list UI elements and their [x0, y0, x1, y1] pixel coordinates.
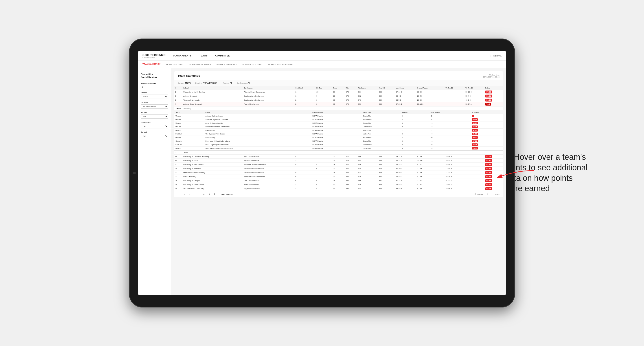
main-content: CommitteePortal Review Minimum Rounds Ge…: [138, 68, 506, 295]
points-badge[interactable]: 88.99: [485, 183, 492, 186]
toolbar-divider: [200, 192, 200, 196]
filter-bar-conference: Conference: All: [237, 82, 250, 84]
school-filter: School (All): [141, 131, 168, 138]
table-row: 18 University of California, Berkeley Pa…: [174, 155, 503, 159]
points-badge[interactable]: 97.02: [485, 91, 492, 93]
logo-sub-text: Powered by clippi: [142, 57, 166, 58]
subnav-player-h2h-heatmap[interactable]: PLAYER H2H HEATMAP: [268, 63, 293, 66]
points-badge[interactable]: 88.43: [485, 167, 492, 170]
nav-teams[interactable]: TEAMS: [199, 54, 208, 57]
table-row: 1 University of North Carolina Atlantic …: [174, 90, 503, 94]
report-title: Team Standings: [178, 74, 200, 77]
w-points-badge: 78-30: [472, 147, 478, 150]
back-button[interactable]: ←: [188, 193, 192, 196]
inner-table-data-row: East Ter DFCC Fighting Illini Invitation…: [174, 143, 503, 147]
school-label: School: [141, 131, 168, 133]
inner-table-header-row: Team Event Event Division Event Type Rou…: [174, 111, 503, 114]
points-badge[interactable]: 88.94: [485, 187, 492, 190]
school-select[interactable]: (All): [141, 134, 168, 138]
nav-tournaments[interactable]: TOURNAMENTS: [172, 54, 192, 57]
redo-button[interactable]: ↪: [182, 193, 186, 196]
inner-table-data-row: Univers Southern Highlands Collegiate NC…: [174, 118, 503, 122]
sidebar-header: CommitteePortal Review: [141, 73, 168, 79]
table-row: 23 Duke University Atlantic Coast Confer…: [174, 175, 503, 179]
share-icon-button[interactable]: ⊡: [486, 193, 490, 196]
col-school: School: [182, 86, 243, 90]
points-badge[interactable]: 88.41: [485, 171, 492, 174]
table-header-row: # School Conference Conf Rank No Tour Rn…: [174, 86, 503, 90]
subnav-player-h2h-grid[interactable]: PLAYER H2H GRID: [242, 63, 262, 66]
region-select[interactable]: N/A: [141, 114, 168, 119]
logo-main-text: SCOREBOARD: [142, 53, 166, 57]
col-overall: Overall Record: [416, 86, 444, 90]
update-time: Update time: 13/03/2024 10:03:42: [483, 74, 500, 78]
inner-table-data-row: Univers Arizona State University NCAA Di…: [174, 114, 503, 118]
col-rnds: Rnds: [332, 86, 345, 90]
report-header: Team Standings Update time: 13/03/2024 1…: [174, 71, 503, 80]
min-rounds-label: Minimum Rounds: [141, 82, 168, 84]
filter-bar-division: Division: NCAA Division I: [195, 82, 218, 84]
w-points-badge: 30-13: [472, 118, 478, 121]
col-vs25: Vs Top 25: [445, 86, 465, 90]
conference-label: Conference: [141, 121, 168, 123]
inner-team-name: Team: [176, 107, 181, 110]
forward-button[interactable]: →: [194, 193, 198, 196]
gender-filter: Gender Men's: [141, 92, 168, 99]
inner-table-header: Team University: [174, 106, 503, 111]
division-select[interactable]: NCAA Division I: [141, 104, 168, 109]
nav-committee[interactable]: COMMITTEE: [215, 54, 230, 57]
conference-select[interactable]: (All): [141, 124, 168, 128]
points-badge[interactable]: 88.71: [485, 175, 492, 178]
standings-table: # School Conference Conf Rank No Tour Rn…: [174, 86, 503, 191]
division-filter: Division NCAA Division I: [141, 102, 168, 109]
w-points-badge: 74-01: [472, 126, 478, 128]
copy-button[interactable]: ⊞: [208, 193, 211, 196]
view-label: View: Original: [220, 193, 232, 195]
tablet-device: SCOREBOARD Powered by clippi TOURNAMENTS…: [129, 38, 515, 308]
table-row: 3 Vanderbilt University Southeastern Con…: [174, 98, 503, 102]
min-rounds-filter: Minimum Rounds: [141, 82, 168, 89]
table-row: 19 University of Texas Big 12 Conference…: [174, 159, 503, 163]
gender-label: Gender: [141, 92, 168, 94]
annotation-text: 4. Hover over a team's points to see add…: [505, 152, 590, 194]
points-badge[interactable]: 88.07: [485, 155, 492, 158]
filter-bar: Gender: Men's Division: NCAA Division I …: [174, 80, 503, 86]
center-panel: Team Standings Update time: 13/03/2024 1…: [171, 68, 506, 295]
sign-out-button[interactable]: Sign out: [490, 54, 502, 57]
points-badge[interactable]: 88.70: [485, 159, 492, 162]
w-points-badge: 43-01: [472, 144, 478, 146]
watch-button[interactable]: 👁 Watch ▾: [474, 193, 484, 196]
points-badge[interactable]: 88.14: [485, 179, 492, 182]
col-adj-score: Adj. Score: [357, 86, 378, 90]
points-badge-active[interactable]: 78.5: [485, 103, 491, 106]
region-filter: Region N/A: [141, 111, 168, 119]
zoom-button[interactable]: ⊕: [202, 193, 206, 196]
subnav-team-summary[interactable]: TEAM SUMMARY: [142, 63, 160, 66]
col-wins: Wins: [345, 86, 357, 90]
gender-select[interactable]: Men's: [141, 95, 168, 99]
table-row: 24 University of Oregon Pac-12 Conferenc…: [174, 179, 503, 183]
inner-table-data-row: Florida I The Cypress Point Classic NCAA…: [174, 132, 503, 136]
table-row: 26 The Ohio State University Big Ten Con…: [174, 187, 503, 191]
inner-table-container: Team University Team Event: [174, 106, 503, 150]
points-badge[interactable]: 90.20: [485, 99, 492, 102]
conference-filter: Conference (All): [141, 121, 168, 128]
points-badge[interactable]: 93.31: [485, 95, 492, 97]
min-rounds-input[interactable]: [141, 85, 168, 89]
undo-button[interactable]: ↩: [177, 193, 180, 196]
points-badge[interactable]: 88.49: [485, 163, 492, 166]
inner-header-sub: University: [183, 108, 191, 110]
subnav-team-h2h-heatmap[interactable]: TEAM H2H HEATMAP: [189, 63, 211, 66]
table-row-highlighted: 4 Arizona State University Pac-12 Confer…: [174, 102, 503, 106]
subnav-team-h2h-grid[interactable]: TEAM H2H GRID: [166, 63, 183, 66]
toolbar-divider-2: [218, 192, 218, 196]
table-row: 21 University of Alabama Southeastern Co…: [174, 167, 503, 171]
col-points: Points: [484, 86, 503, 90]
subnav-player-summary[interactable]: PLAYER SUMMARY: [216, 63, 237, 66]
w-points-badge: 84-97: [472, 122, 478, 124]
share-button[interactable]: ↗ Share: [492, 193, 500, 196]
w-points-badge: [472, 115, 474, 117]
info-button[interactable]: ℹ: [214, 193, 216, 196]
col-tours: No Tour: [316, 86, 332, 90]
filter-bar-gender: Gender: Men's: [178, 82, 191, 84]
